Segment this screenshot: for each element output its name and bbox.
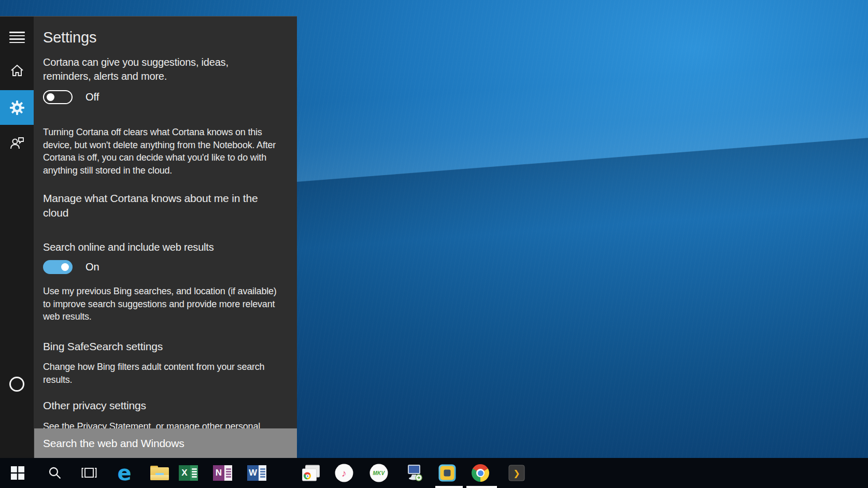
makemkv-icon: MKV: [370, 464, 388, 482]
vmware-icon: [439, 465, 456, 482]
arrow-app-button[interactable]: ❯: [509, 465, 525, 481]
vmware-running-indicator: [435, 486, 463, 488]
hamburger-menu-icon: [9, 32, 25, 43]
gear-icon: [9, 100, 25, 116]
search-placeholder: Search the web and Windows: [43, 437, 184, 450]
cortana-toggle-row: Off: [43, 90, 99, 104]
sidebar-item-menu[interactable]: [0, 28, 34, 47]
cortana-circle-icon: [9, 377, 24, 392]
edge-button[interactable]: e: [117, 463, 131, 483]
cortana-off-note: Turning Cortana off clears what Cortana …: [43, 126, 282, 177]
photos-icon: [302, 465, 320, 481]
word-button[interactable]: W: [247, 465, 267, 481]
taskbar-search-button[interactable]: [48, 466, 62, 480]
mini-chrome-badge: [304, 472, 311, 480]
start-button[interactable]: [11, 466, 24, 480]
cortana-toggle[interactable]: [43, 90, 73, 104]
toggle-knob: [61, 263, 69, 271]
taskbar-search-input[interactable]: Search the web and Windows: [34, 428, 297, 458]
makemkv-button[interactable]: MKV: [370, 464, 388, 482]
bing-safesearch-link[interactable]: Bing SafeSearch settings: [43, 340, 271, 353]
excel-button[interactable]: X: [179, 465, 198, 481]
chrome-icon: [472, 464, 489, 482]
photos-button[interactable]: [302, 465, 320, 481]
windows-logo-icon: [11, 466, 24, 480]
search-icon: [48, 466, 62, 480]
cortana-sidebar: [0, 17, 34, 458]
other-privacy-link[interactable]: Other privacy settings: [43, 399, 271, 412]
word-icon: W: [247, 465, 267, 481]
chrome-running-indicator: [466, 486, 497, 488]
manage-cortana-link[interactable]: Manage what Cortana knows about me in th…: [43, 191, 271, 220]
settings-content: Settings Cortana can give you suggestion…: [34, 17, 297, 458]
cortana-toggle-state: Off: [86, 91, 99, 103]
sidebar-item-home[interactable]: [0, 61, 34, 80]
onenote-button[interactable]: N: [213, 465, 233, 481]
computer-button[interactable]: [406, 465, 423, 481]
computer-icon: [406, 465, 423, 481]
home-icon: [10, 64, 24, 77]
onenote-icon: N: [213, 465, 233, 481]
web-results-toggle-state: On: [86, 261, 99, 273]
web-results-label: Search online and include web results: [43, 241, 271, 253]
arrow-app-icon: ❯: [509, 465, 525, 481]
task-view-icon: [81, 467, 97, 479]
chrome-button[interactable]: [472, 464, 489, 482]
bing-safesearch-note: Change how Bing filters adult content fr…: [43, 361, 287, 386]
sidebar-item-cortana[interactable]: [0, 376, 34, 392]
feedback-person-icon: [10, 136, 24, 150]
task-view-button[interactable]: [81, 467, 97, 479]
taskbar: e X N W ♪ MKV: [0, 458, 868, 488]
edge-icon: e: [117, 463, 131, 483]
sidebar-item-settings[interactable]: [0, 90, 34, 125]
cortana-description: Cortana can give you suggestions, ideas,…: [43, 55, 261, 83]
cortana-settings-panel: Settings Cortana can give you suggestion…: [0, 16, 297, 458]
wallpaper-shadow-wedge: [249, 126, 868, 488]
sidebar-item-feedback[interactable]: [0, 134, 34, 152]
excel-icon: X: [179, 465, 198, 481]
file-explorer-button[interactable]: [150, 466, 169, 480]
itunes-button[interactable]: ♪: [335, 464, 353, 482]
web-results-toggle-row: On: [43, 260, 99, 274]
vmware-button[interactable]: [439, 465, 456, 482]
web-results-note: Use my previous Bing searches, and locat…: [43, 285, 279, 323]
web-results-toggle[interactable]: [43, 260, 73, 274]
toggle-knob: [47, 93, 54, 101]
itunes-icon: ♪: [335, 464, 353, 482]
file-explorer-icon: [150, 466, 169, 480]
page-title: Settings: [43, 29, 96, 46]
